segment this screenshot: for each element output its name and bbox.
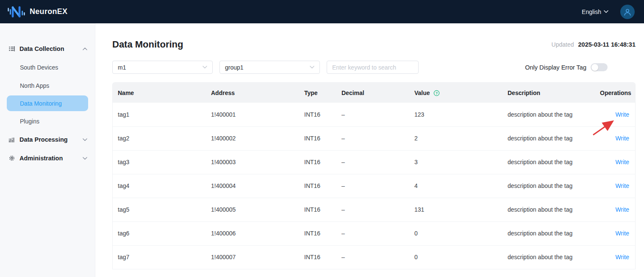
table-row: tag3 1!400003 INT16 – 3 description abou… bbox=[113, 150, 635, 174]
equalizer-icon bbox=[8, 136, 16, 143]
svg-text:?: ? bbox=[436, 91, 438, 95]
cell-name: tag1 bbox=[113, 103, 206, 126]
write-link[interactable]: Write bbox=[616, 111, 629, 118]
column-header-value: Value ? bbox=[409, 83, 502, 103]
error-tag-toggle-label: Only Display Error Tag bbox=[525, 64, 586, 71]
chevron-down-icon bbox=[83, 138, 87, 141]
cell-address: 1!400002 bbox=[206, 126, 299, 150]
column-header-name: Name bbox=[113, 83, 206, 103]
sidebar: Data Collection South Devices North Apps… bbox=[0, 23, 95, 277]
updated-timestamp: 2025-03-11 16:48:31 bbox=[578, 41, 636, 48]
user-icon bbox=[623, 7, 632, 17]
cell-type: INT16 bbox=[299, 174, 336, 198]
group-select-value: group1 bbox=[225, 64, 244, 71]
cell-decimal: – bbox=[336, 103, 409, 126]
sidebar-item-data-monitoring[interactable]: Data Monitoring bbox=[7, 95, 88, 111]
cell-decimal: – bbox=[336, 245, 409, 269]
sidebar-item-plugins[interactable]: Plugins bbox=[0, 112, 95, 130]
column-header-type: Type bbox=[299, 83, 336, 103]
cell-name: tag7 bbox=[113, 245, 206, 269]
sidebar-section-label: Data Processing bbox=[19, 136, 68, 143]
table-row: tag5 1!400005 INT16 – 131 description ab… bbox=[113, 198, 635, 221]
cell-address: 1!400004 bbox=[206, 174, 299, 198]
toggle-knob bbox=[591, 64, 598, 71]
chevron-up-icon bbox=[83, 48, 87, 50]
sidebar-section-administration[interactable]: Administration bbox=[0, 149, 95, 168]
column-header-description: Description bbox=[502, 83, 595, 103]
updated-status: Updated 2025-03-11 16:48:31 bbox=[552, 41, 636, 48]
cell-value: 131 bbox=[409, 198, 502, 221]
cell-address: 1!400007 bbox=[206, 245, 299, 269]
column-header-decimal: Decimal bbox=[336, 83, 409, 103]
cell-name: tag5 bbox=[113, 198, 206, 221]
cell-decimal: – bbox=[336, 174, 409, 198]
cell-value: 123 bbox=[409, 103, 502, 126]
cell-name: tag3 bbox=[113, 150, 206, 174]
group-select[interactable]: group1 bbox=[219, 61, 320, 74]
sidebar-item-label: North Apps bbox=[20, 82, 49, 89]
sidebar-item-label: South Devices bbox=[20, 64, 58, 71]
cell-value: 0 bbox=[409, 245, 502, 269]
sidebar-section-label: Administration bbox=[19, 155, 63, 162]
cell-type: INT16 bbox=[299, 103, 336, 126]
collection-icon bbox=[8, 45, 16, 52]
cell-description: description about the tag bbox=[502, 126, 595, 150]
tag-table: Name Address Type Decimal Value ? Des bbox=[112, 82, 636, 269]
cell-type: INT16 bbox=[299, 150, 336, 174]
sidebar-item-north-apps[interactable]: North Apps bbox=[0, 76, 95, 95]
search-input[interactable] bbox=[327, 61, 419, 74]
write-link[interactable]: Write bbox=[616, 182, 629, 189]
cell-value: 3 bbox=[409, 150, 502, 174]
brand-name: NeuronEX bbox=[30, 7, 67, 16]
cell-name: tag6 bbox=[113, 221, 206, 245]
cell-address: 1!400006 bbox=[206, 221, 299, 245]
cell-decimal: – bbox=[336, 221, 409, 245]
column-header-address: Address bbox=[206, 83, 299, 103]
cell-decimal: – bbox=[336, 150, 409, 174]
chevron-down-icon bbox=[83, 157, 87, 160]
error-tag-toggle[interactable] bbox=[591, 63, 608, 71]
cell-value: 2 bbox=[409, 126, 502, 150]
cell-type: INT16 bbox=[299, 245, 336, 269]
cell-description: description about the tag bbox=[502, 174, 595, 198]
write-link[interactable]: Write bbox=[616, 230, 629, 237]
cell-decimal: – bbox=[336, 198, 409, 221]
cell-decimal: – bbox=[336, 126, 409, 150]
chevron-down-icon bbox=[310, 66, 314, 69]
cell-description: description about the tag bbox=[502, 150, 595, 174]
sidebar-item-south-devices[interactable]: South Devices bbox=[0, 58, 95, 76]
sidebar-item-label: Plugins bbox=[20, 118, 39, 125]
top-bar: NeuronEX English bbox=[0, 0, 644, 23]
cell-type: INT16 bbox=[299, 198, 336, 221]
table-row: tag1 1!400001 INT16 – 123 description ab… bbox=[113, 103, 635, 126]
chevron-down-icon bbox=[604, 10, 608, 13]
column-header-operations: Operations bbox=[595, 83, 635, 103]
table-header: Name Address Type Decimal Value ? Des bbox=[113, 83, 635, 103]
write-link[interactable]: Write bbox=[616, 135, 629, 142]
cell-description: description about the tag bbox=[502, 245, 595, 269]
brand: NeuronEX bbox=[8, 5, 67, 19]
cell-description: description about the tag bbox=[502, 198, 595, 221]
language-label: English bbox=[582, 8, 601, 15]
cell-name: tag4 bbox=[113, 174, 206, 198]
node-select-value: m1 bbox=[118, 64, 126, 71]
write-link[interactable]: Write bbox=[616, 206, 629, 213]
write-link[interactable]: Write bbox=[616, 254, 629, 260]
page-title: Data Monitoring bbox=[112, 39, 183, 50]
node-select[interactable]: m1 bbox=[112, 61, 213, 74]
updated-label: Updated bbox=[552, 41, 574, 48]
cell-value: 0 bbox=[409, 221, 502, 245]
cell-address: 1!400005 bbox=[206, 198, 299, 221]
cell-address: 1!400001 bbox=[206, 103, 299, 126]
user-avatar[interactable] bbox=[620, 5, 635, 19]
table-body: tag1 1!400001 INT16 – 123 description ab… bbox=[113, 103, 635, 269]
chevron-down-icon bbox=[203, 66, 207, 69]
table-row: tag7 1!400007 INT16 – 0 description abou… bbox=[113, 245, 635, 269]
cell-name: tag2 bbox=[113, 126, 206, 150]
sidebar-section-data-processing[interactable]: Data Processing bbox=[0, 130, 95, 149]
question-circle-icon[interactable]: ? bbox=[433, 90, 440, 96]
neuronex-logo-icon bbox=[8, 5, 25, 19]
sidebar-section-data-collection[interactable]: Data Collection bbox=[0, 39, 95, 58]
language-selector[interactable]: English bbox=[582, 8, 608, 15]
write-link[interactable]: Write bbox=[616, 159, 629, 165]
